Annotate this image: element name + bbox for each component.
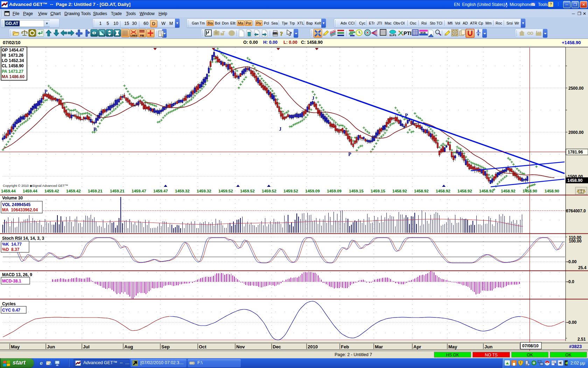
svg-text:OP 1454.47: OP 1454.47 <box>2 48 24 53</box>
svg-text:MOB: MOB <box>420 32 426 34</box>
svg-text:Jun: Jun <box>47 344 55 349</box>
svg-text:1459.52: 1459.52 <box>218 189 233 193</box>
svg-text:CYC 0.47: CYC 0.47 <box>2 308 20 313</box>
svg-text:Aug: Aug <box>124 344 133 349</box>
svg-text:J: J <box>312 96 314 101</box>
svg-text:CL 1458.90: CL 1458.90 <box>2 63 24 68</box>
svg-text:07/08/10: 07/08/10 <box>522 343 539 348</box>
svg-text:1459.15: 1459.15 <box>371 189 385 193</box>
svg-text:-0.00: -0.00 <box>567 320 577 325</box>
svg-text:-0.0: -0.0 <box>567 279 574 284</box>
svg-text:2.51: 2.51 <box>578 337 586 342</box>
svg-text:1459.47: 1459.47 <box>153 189 168 193</box>
svg-text:1459.52: 1459.52 <box>284 189 298 193</box>
svg-text:1459.32: 1459.32 <box>175 189 190 193</box>
svg-text:25.4: 25.4 <box>578 265 587 270</box>
svg-text:Apr: Apr <box>413 344 421 349</box>
svg-text:P: P <box>44 89 48 94</box>
svg-text:P: P <box>405 113 408 118</box>
svg-text:1459.21: 1459.21 <box>88 189 103 193</box>
svg-text:LO 1452.34: LO 1452.34 <box>2 58 24 63</box>
svg-text:1459.47: 1459.47 <box>132 189 146 193</box>
svg-text:Feb: Feb <box>341 344 349 349</box>
svg-text:1459.09: 1459.09 <box>327 189 342 193</box>
svg-text:Oct: Oct <box>199 344 206 349</box>
svg-text:!: ! <box>520 361 521 365</box>
svg-text:-0.00: -0.00 <box>567 259 577 264</box>
svg-text:MA 106433962.04: MA 106433962.04 <box>2 207 38 212</box>
svg-text:Jun: Jun <box>484 344 492 349</box>
svg-text:VOL 24994545: VOL 24994545 <box>2 202 31 207</box>
svg-text:?: ? <box>289 31 292 36</box>
svg-text:1459.52: 1459.52 <box>262 189 276 193</box>
svg-text:1458.90: 1458.90 <box>545 189 559 193</box>
svg-text:Cycles: Cycles <box>2 301 16 306</box>
svg-text:2500.00: 2500.00 <box>568 86 584 91</box>
svg-text:1458.92: 1458.92 <box>501 189 516 193</box>
svg-text:May: May <box>11 344 20 349</box>
svg-text:HI 1473.26: HI 1473.26 <box>2 53 23 58</box>
svg-text:1459.21: 1459.21 <box>110 189 125 193</box>
svg-text:2010: 2010 <box>308 344 318 349</box>
svg-text:1458.90: 1458.90 <box>523 189 537 193</box>
svg-text:J: J <box>279 127 281 132</box>
svg-text:Mar: Mar <box>375 344 383 349</box>
svg-text:P: P <box>348 152 351 157</box>
svg-text:Stoch RSI 14, 14, 3, 3: Stoch RSI 14, 14, 3, 3 <box>2 236 44 241</box>
svg-text:#3823: #3823 <box>569 344 582 349</box>
svg-text:1781.96: 1781.96 <box>568 150 583 155</box>
svg-text:1458.92: 1458.92 <box>436 189 450 193</box>
svg-text:1459.52: 1459.52 <box>240 189 255 193</box>
svg-text:MCD-38.1: MCD-38.1 <box>2 279 21 284</box>
svg-text:MACD 13, 26, 9: MACD 13, 26, 9 <box>2 272 32 277</box>
svg-text:FIB: FIB <box>140 34 144 37</box>
svg-text:1458.92: 1458.92 <box>479 189 494 193</box>
svg-text:Dec: Dec <box>273 344 281 349</box>
svg-text:LINES: LINES <box>131 34 138 37</box>
svg-text:1458.92: 1458.92 <box>457 189 472 193</box>
svg-text:PA 1473.27: PA 1473.27 <box>2 69 23 74</box>
svg-text:%K 14.77: %K 14.77 <box>2 242 22 247</box>
svg-text:PTI: PTI <box>404 30 412 36</box>
svg-text:1459.42: 1459.42 <box>66 189 81 193</box>
svg-text:1458.92: 1458.92 <box>392 189 407 193</box>
svg-text:0764007.0: 0764007.0 <box>566 209 586 213</box>
svg-text:1459.15: 1459.15 <box>349 189 364 193</box>
svg-text:Volume 30: Volume 30 <box>2 196 23 200</box>
svg-text:P: P <box>93 127 97 132</box>
svg-text:1458.90: 1458.90 <box>567 178 583 183</box>
svg-text:May: May <box>448 344 457 349</box>
svg-text:Nov: Nov <box>236 344 245 349</box>
svg-text:2000.00: 2000.00 <box>568 130 584 135</box>
svg-text:Sep: Sep <box>161 344 170 349</box>
svg-text:MA 1486.60: MA 1486.60 <box>2 74 24 79</box>
svg-text:1458.92: 1458.92 <box>414 189 429 193</box>
svg-text:100.00: 100.00 <box>569 239 582 244</box>
svg-text:1459.44: 1459.44 <box>23 189 37 193</box>
svg-text:Copyright © 2010 ◆Signal Advan: Copyright © 2010 ◆Signal Advanced GET™ <box>3 184 68 188</box>
svg-text:1459.32: 1459.32 <box>197 189 211 193</box>
svg-text:%D 8.37: %D 8.37 <box>2 247 20 252</box>
svg-text:1459.42: 1459.42 <box>44 189 59 193</box>
svg-text:?: ? <box>280 30 283 37</box>
svg-text:ELiPS: ELiPS <box>390 34 396 36</box>
svg-text:1459.09: 1459.09 <box>305 189 320 193</box>
svg-text:1459.44: 1459.44 <box>1 189 16 193</box>
svg-text:Jul: Jul <box>83 344 90 349</box>
